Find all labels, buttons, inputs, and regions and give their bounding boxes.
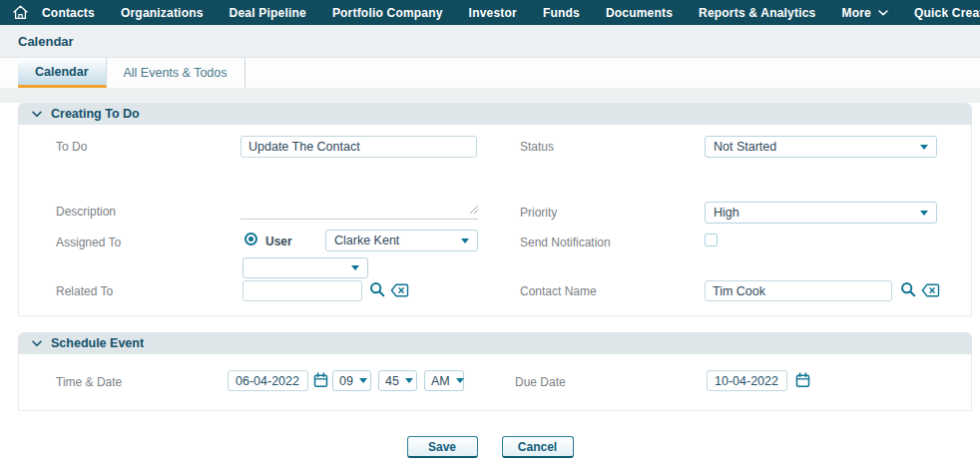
time-date-label: Time & Date bbox=[56, 375, 122, 389]
section-title: Creating To Do bbox=[51, 107, 140, 121]
schedule-event-form: Time & Date 09 45 AM Due Date bbox=[18, 354, 972, 411]
minute-select[interactable]: 45 bbox=[378, 370, 417, 391]
search-icon bbox=[369, 281, 385, 297]
assigned-to-label: Assigned To bbox=[56, 235, 121, 249]
related-to-clear-button[interactable] bbox=[390, 283, 409, 297]
due-date-picker-button[interactable] bbox=[795, 372, 810, 388]
user-radio[interactable] bbox=[245, 233, 257, 245]
tab-all-events-todos[interactable]: All Events & Todos bbox=[107, 58, 245, 88]
status-select[interactable]: Not Started bbox=[705, 136, 937, 158]
search-icon bbox=[900, 281, 916, 297]
schedule-event-section-header[interactable]: Schedule Event bbox=[18, 332, 972, 354]
save-button[interactable]: Save bbox=[407, 436, 478, 458]
related-to-type-select[interactable] bbox=[243, 257, 368, 278]
home-button[interactable] bbox=[12, 0, 29, 25]
creating-todo-section-header[interactable]: Creating To Do bbox=[18, 103, 972, 125]
contact-name-label: Contact Name bbox=[520, 284, 597, 298]
priority-label: Priority bbox=[520, 206, 557, 220]
chevron-down-icon bbox=[878, 10, 888, 16]
meridiem-select[interactable]: AM bbox=[424, 370, 464, 391]
calendar-icon bbox=[795, 372, 810, 388]
section-gap bbox=[0, 316, 980, 332]
backspace-clear-icon bbox=[921, 283, 940, 297]
home-icon bbox=[12, 5, 29, 20]
related-to-input[interactable] bbox=[243, 280, 362, 301]
start-date-picker-button[interactable] bbox=[313, 372, 328, 388]
chevron-down-icon bbox=[32, 111, 42, 118]
triangle-down-icon bbox=[920, 145, 928, 150]
cancel-button[interactable]: Cancel bbox=[502, 436, 574, 458]
page-title: Calendar bbox=[18, 34, 74, 49]
minute-select-value: 45 bbox=[385, 374, 399, 388]
schedule-event-section: Schedule Event Time & Date 09 45 AM Due … bbox=[18, 332, 972, 411]
creating-todo-section: Creating To Do To Do Status Not Started … bbox=[18, 103, 972, 316]
send-notification-checkbox[interactable] bbox=[705, 234, 718, 246]
tab-calendar[interactable]: Calendar bbox=[18, 58, 107, 88]
priority-select[interactable]: High bbox=[705, 202, 937, 224]
assignee-select[interactable]: Clarke Kent bbox=[325, 230, 478, 251]
triangle-down-icon bbox=[405, 378, 413, 383]
nav-item-quick-create-label: Quick Create bbox=[914, 6, 980, 20]
description-label: Description bbox=[56, 205, 116, 219]
contact-name-search-button[interactable] bbox=[900, 281, 916, 297]
nav-item-documents[interactable]: Documents bbox=[593, 0, 686, 25]
triangle-down-icon bbox=[456, 378, 464, 383]
nav-item-organizations[interactable]: Organizations bbox=[108, 0, 217, 25]
nav-item-contacts[interactable]: Contacts bbox=[29, 0, 108, 25]
nav-item-funds[interactable]: Funds bbox=[530, 0, 593, 25]
status-label: Status bbox=[520, 140, 554, 154]
nav-item-reports-analytics[interactable]: Reports & Analytics bbox=[686, 0, 828, 25]
due-date-label: Due Date bbox=[515, 375, 566, 389]
description-textarea[interactable] bbox=[241, 199, 478, 220]
user-radio-label: User bbox=[265, 235, 292, 248]
nav-item-deal-pipeline[interactable]: Deal Pipeline bbox=[217, 0, 319, 25]
nav-item-more[interactable]: More bbox=[828, 0, 900, 25]
hour-select-value: 09 bbox=[339, 374, 353, 388]
due-date-input[interactable] bbox=[707, 370, 787, 391]
nav-item-more-label: More bbox=[841, 6, 870, 20]
triangle-down-icon bbox=[461, 238, 469, 243]
related-to-search-button[interactable] bbox=[369, 281, 385, 297]
backspace-clear-icon bbox=[390, 283, 409, 297]
creating-todo-form: To Do Status Not Started Description Pri… bbox=[18, 125, 972, 316]
chevron-down-icon bbox=[32, 340, 42, 347]
status-select-value: Not Started bbox=[714, 140, 776, 154]
page-header: Calendar bbox=[0, 25, 980, 58]
todo-input[interactable] bbox=[241, 136, 477, 158]
top-navbar: Contacts Organizations Deal Pipeline Por… bbox=[0, 0, 980, 25]
triangle-down-icon bbox=[920, 211, 928, 216]
nav-item-investor[interactable]: Investor bbox=[456, 0, 530, 25]
triangle-down-icon bbox=[351, 265, 359, 270]
todo-label: To Do bbox=[56, 140, 87, 154]
start-date-input[interactable] bbox=[228, 370, 308, 391]
meridiem-select-value: AM bbox=[431, 374, 450, 388]
nav-item-portfolio-company[interactable]: Portfolio Company bbox=[319, 0, 456, 25]
page-background-strip bbox=[0, 88, 980, 103]
related-to-label: Related To bbox=[56, 284, 113, 298]
tab-bar: Calendar All Events & Todos bbox=[0, 58, 980, 88]
section-title: Schedule Event bbox=[51, 336, 144, 350]
contact-name-input[interactable] bbox=[705, 280, 892, 301]
priority-select-value: High bbox=[714, 206, 739, 220]
send-notification-label: Send Notification bbox=[520, 235, 611, 249]
calendar-icon bbox=[313, 372, 328, 388]
triangle-down-icon bbox=[359, 378, 367, 383]
nav-item-quick-create[interactable]: Quick Create bbox=[901, 0, 980, 25]
assignee-select-value: Clarke Kent bbox=[334, 234, 399, 247]
resize-grip-icon[interactable] bbox=[470, 203, 478, 217]
hour-select[interactable]: 09 bbox=[332, 370, 371, 391]
contact-name-clear-button[interactable] bbox=[921, 283, 940, 297]
form-actions: Save Cancel bbox=[0, 436, 980, 458]
